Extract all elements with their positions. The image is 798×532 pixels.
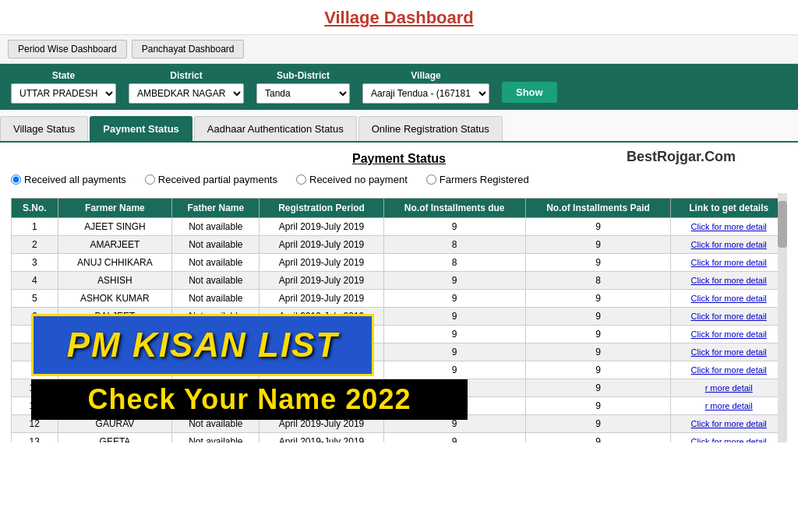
table-row: 1AJEET SINGHNot availableApril 2019-July…: [12, 218, 787, 236]
tab-aadhaar-auth[interactable]: Aadhaar Authentication Status: [194, 116, 357, 141]
detail-link[interactable]: Click for more detail: [671, 272, 787, 290]
detail-link[interactable]: Click for more detail: [671, 290, 787, 308]
radio-received-all[interactable]: Received all payments: [11, 174, 126, 185]
col-period: Registration Period: [260, 199, 383, 218]
table-row: 8CHANDENot availableApril 2019-July 2019…: [12, 344, 787, 361]
detail-link[interactable]: Click for more detail: [671, 326, 787, 344]
detail-link[interactable]: Click for more detail: [671, 433, 787, 443]
sub-district-label: Sub-District: [256, 70, 350, 81]
col-link: Link to get details: [671, 199, 787, 218]
table-row: 6BALJEETNot availableApril 2019-July 201…: [12, 308, 787, 326]
col-sno: S.No.: [12, 199, 58, 218]
district-label: District: [129, 70, 244, 81]
detail-link[interactable]: r more detail: [671, 397, 787, 415]
table-row: 9CHANDER SINGHNot availableApril 2019-Ju…: [12, 361, 787, 379]
period-wise-btn[interactable]: Period Wise Dashboard: [8, 40, 127, 58]
watermark-text: BestRojgar.Com: [627, 149, 736, 165]
payment-table: S.No. Farmer Name Father Name Registrati…: [11, 198, 787, 442]
top-nav: Period Wise Dashboard Panchayat Dashboar…: [0, 34, 798, 64]
table-row: 2AMARJEETNot availableApril 2019-July 20…: [12, 236, 787, 254]
col-father: Father Name: [172, 199, 260, 218]
page-title: Village Dashboard: [0, 0, 798, 34]
tab-online-reg[interactable]: Online Registration Status: [358, 116, 503, 141]
col-due: No.of Installments due: [383, 199, 525, 218]
state-label: State: [11, 70, 116, 81]
panchayat-btn[interactable]: Panchayat Dashboard: [132, 40, 245, 58]
table-row: 7BANWARI LALNot availableApril 2019-July…: [12, 326, 787, 344]
tab-village-status[interactable]: Village Status: [0, 116, 88, 141]
sub-district-select[interactable]: Tanda: [256, 83, 350, 104]
detail-link[interactable]: Click for more detail: [671, 218, 787, 236]
detail-link[interactable]: Click for more detail: [671, 308, 787, 326]
detail-link[interactable]: Click for more detail: [671, 361, 787, 379]
radio-group: Received all payments Received partial p…: [11, 174, 787, 185]
district-group: District AMBEDKAR NAGAR: [129, 70, 244, 104]
radio-received-none[interactable]: Received no payment: [296, 174, 408, 185]
tabs-bar: Village Status Payment Status Aadhaar Au…: [0, 110, 798, 143]
tab-payment-status[interactable]: Payment Status: [90, 116, 192, 141]
detail-link[interactable]: Click for more detail: [671, 344, 787, 361]
scrollbar-thumb[interactable]: [778, 201, 787, 248]
district-select[interactable]: AMBEDKAR NAGAR: [129, 83, 244, 104]
table-row: 12GAURAVNot availableApril 2019-July 201…: [12, 415, 787, 433]
detail-link[interactable]: Click for more detail: [671, 415, 787, 433]
state-group: State UTTAR PRADESH: [11, 70, 116, 104]
col-paid: No.of Installments Paid: [525, 199, 671, 218]
table-row: 10DEEPAK KUMANot availableApril 2019-Jul…: [12, 379, 787, 397]
table-row: 3ANUJ CHHIKARANot availableApril 2019-Ju…: [12, 254, 787, 272]
filter-bar: State UTTAR PRADESH District AMBEDKAR NA…: [0, 64, 798, 110]
sub-district-group: Sub-District Tanda: [256, 70, 350, 104]
detail-link[interactable]: Click for more detail: [671, 236, 787, 254]
village-label: Village: [362, 70, 489, 81]
table-row: 4ASHISHNot availableApril 2019-July 2019…: [12, 272, 787, 290]
village-group: Village Aaraji Tendua - (167181: [362, 70, 489, 104]
radio-farmers-registered[interactable]: Farmers Registered: [426, 174, 529, 185]
col-farmer: Farmer Name: [58, 199, 172, 218]
detail-link[interactable]: Click for more detail: [671, 254, 787, 272]
radio-received-partial[interactable]: Received partial payments: [145, 174, 277, 185]
state-select[interactable]: UTTAR PRADESH: [11, 83, 116, 104]
content-area: Payment Status BestRojgar.Com Received a…: [0, 143, 798, 452]
table-row: 5ASHOK KUMARNot availableApril 2019-July…: [12, 290, 787, 308]
show-button[interactable]: Show: [502, 82, 557, 103]
table-row: 11DINESH KUMANot availableApril 2019-Jul…: [12, 397, 787, 415]
detail-link[interactable]: r more detail: [671, 379, 787, 397]
table-row: 13GEETANot availableApril 2019-July 2019…: [12, 433, 787, 443]
village-select[interactable]: Aaraji Tendua - (167181: [362, 83, 489, 104]
scrollbar-track[interactable]: [778, 193, 787, 442]
